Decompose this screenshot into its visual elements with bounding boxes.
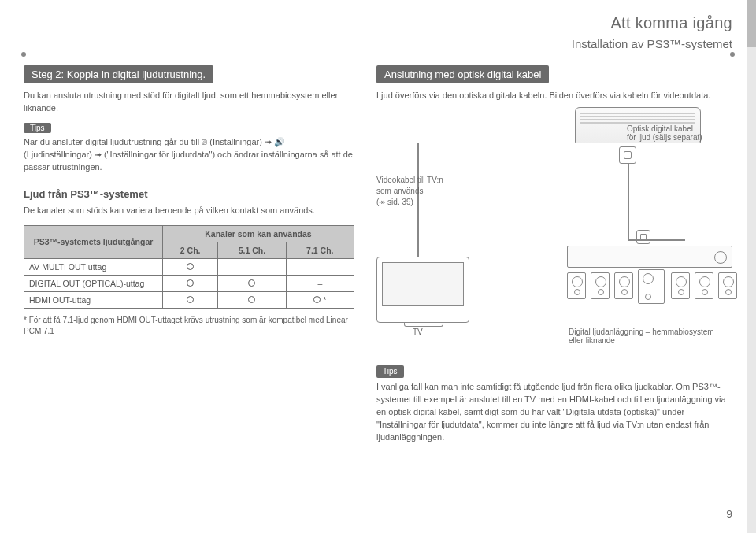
table-row: HDMI OUT-uttag *	[24, 291, 354, 308]
supported-icon	[187, 279, 194, 287]
video-cable-label: Videokabel till TV:n som används (↠ sid.…	[376, 175, 443, 208]
table-footnote: * För att få 7.1-ljud genom HDMI OUT-utt…	[24, 315, 354, 337]
supported-icon	[248, 279, 255, 287]
divider	[24, 54, 732, 54]
tv-label: TV	[413, 328, 423, 336]
tv-icon	[376, 257, 469, 323]
audio-section-heading: Ljud från PS3™-systemet	[24, 188, 354, 200]
tips-badge: Tips	[24, 123, 51, 133]
supported-icon	[313, 296, 321, 303]
right-heading: Anslutning med optisk digital kabel	[376, 65, 549, 83]
supported-icon	[187, 263, 194, 270]
tips-body: När du ansluter digital ljudutrustning g…	[24, 136, 354, 174]
amplifier-label: Digital ljudanläggning – hemmabiosystem …	[569, 328, 726, 345]
optical-connector-icon	[619, 146, 636, 164]
amplifier-icon	[567, 246, 732, 301]
section-title: Installation av PS3™-systemet	[24, 37, 732, 50]
page-number: 9	[726, 508, 732, 520]
right-intro: Ljud överförs via den optiska digitala k…	[376, 90, 732, 102]
supported-icon	[248, 296, 255, 303]
table-row: DIGITAL OUT (OPTICAL)-uttag –	[24, 275, 354, 291]
th-outputs: PS3™-systemets ljudutgångar	[24, 225, 163, 258]
chapter-title: Att komma igång	[24, 14, 732, 32]
audio-section-body: De kanaler som stöds kan variera beroend…	[24, 205, 354, 217]
intro-text: Du kan ansluta utrustning med stöd för d…	[24, 90, 354, 115]
table-row: AV MULTI OUT-uttag – –	[24, 258, 354, 275]
th-channels-group: Kanaler som kan användas	[162, 225, 354, 242]
th-51ch: 5.1 Ch.	[218, 242, 286, 258]
connection-diagram: Optisk digital kabel för ljud (säljs sep…	[376, 107, 732, 328]
th-71ch: 7.1 Ch.	[286, 242, 354, 258]
supported-icon	[187, 296, 194, 303]
th-2ch: 2 Ch.	[162, 242, 217, 258]
channels-table: PS3™-systemets ljudutgångar Kanaler som …	[24, 225, 354, 309]
tips-badge-2: Tips	[376, 365, 404, 379]
optical-cable-line	[628, 164, 629, 239]
step-heading: Steg 2: Koppla in digital ljudutrustning…	[24, 65, 213, 83]
tips-body-2: I vanliga fall kan man inte samtidigt få…	[376, 381, 732, 444]
optical-cable-label: Optisk digital kabel för ljud (säljs sep…	[627, 124, 737, 142]
